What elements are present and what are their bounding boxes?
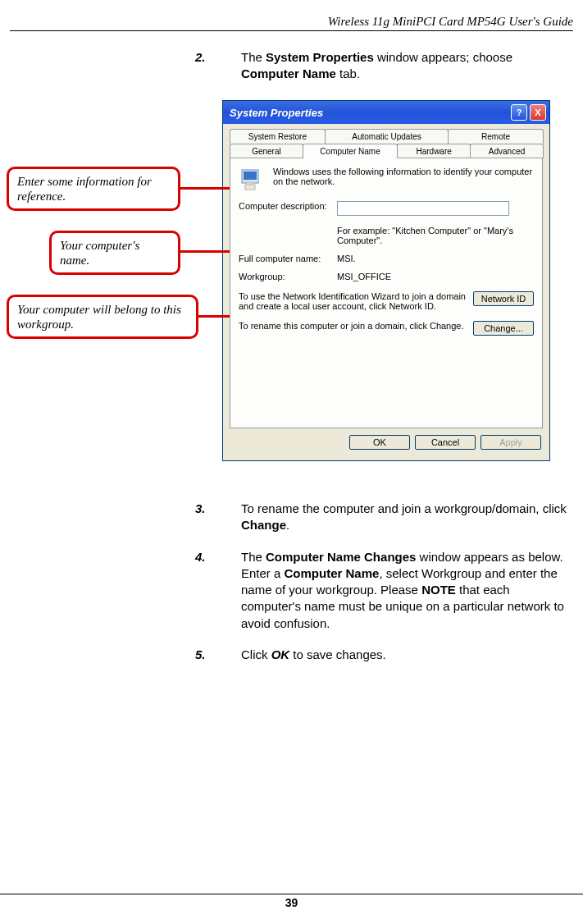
step-3-num: 3. bbox=[195, 501, 241, 534]
callout-workgroup: Your computer will belong to this workgr… bbox=[7, 295, 198, 339]
callout-computer-name: Your computer's name. bbox=[49, 231, 180, 275]
tab-general[interactable]: General bbox=[230, 144, 303, 158]
tab-hardware[interactable]: Hardware bbox=[397, 144, 471, 158]
callout-description: Enter some information for reference. bbox=[7, 167, 180, 211]
dialog-button-row: OK Cancel Apply bbox=[223, 435, 549, 458]
computer-description-label: Computer description: bbox=[239, 201, 337, 211]
step-2-text: The System Properties window appears; ch… bbox=[241, 49, 572, 83]
system-properties-dialog: System Properties ? X System Restore Aut… bbox=[222, 100, 550, 461]
lower-steps: 3. To rename the computer and join a wor… bbox=[195, 501, 572, 678]
full-computer-name-label: Full computer name: bbox=[239, 254, 337, 263]
help-button[interactable]: ? bbox=[511, 104, 527, 121]
tab-area: System Restore Automatic Updates Remote … bbox=[223, 124, 549, 435]
network-id-text: To use the Network Identification Wizard… bbox=[239, 291, 473, 311]
computer-description-input[interactable] bbox=[337, 201, 509, 216]
step-2: 2. The System Properties window appears;… bbox=[195, 49, 572, 83]
computer-description-hint-row: For example: "Kitchen Computer" or "Mary… bbox=[239, 224, 534, 245]
close-button[interactable]: X bbox=[530, 104, 546, 121]
network-id-button[interactable]: Network ID bbox=[473, 291, 534, 306]
step-4: 4. The Computer Name Changes window appe… bbox=[195, 549, 572, 632]
guide-title: Wireless 11g MiniPCI Card MP54G User's G… bbox=[328, 15, 573, 28]
panel-intro: Windows uses the following information t… bbox=[239, 167, 534, 193]
step-5-num: 5. bbox=[195, 647, 241, 663]
apply-button[interactable]: Apply bbox=[481, 435, 541, 450]
workgroup-label: Workgroup: bbox=[239, 272, 337, 281]
tab-automatic-updates[interactable]: Automatic Updates bbox=[325, 129, 449, 144]
page-number: 39 bbox=[285, 896, 298, 909]
step-3: 3. To rename the computer and join a wor… bbox=[195, 501, 572, 534]
workgroup-row: Workgroup: MSI_OFFICE bbox=[239, 272, 534, 281]
computer-icon bbox=[239, 167, 265, 193]
step-4-text: The Computer Name Changes window appears… bbox=[241, 549, 572, 632]
ok-button[interactable]: OK bbox=[349, 435, 410, 450]
change-text: To rename this computer or join a domain… bbox=[239, 321, 473, 331]
page-footer: 39 bbox=[0, 894, 583, 909]
tab-remote[interactable]: Remote bbox=[448, 129, 544, 144]
computer-description-hint: For example: "Kitchen Computer" or "Mary… bbox=[337, 226, 534, 245]
step-4-num: 4. bbox=[195, 549, 241, 632]
step-5-text: Click OK to save changes. bbox=[241, 647, 572, 663]
workgroup-value: MSI_OFFICE bbox=[337, 272, 534, 281]
cancel-button[interactable]: Cancel bbox=[415, 435, 476, 450]
tab-row-front: General Computer Name Hardware Advanced bbox=[230, 144, 543, 158]
tab-advanced[interactable]: Advanced bbox=[470, 144, 544, 158]
change-button[interactable]: Change... bbox=[473, 321, 534, 336]
full-computer-name-value: MSI. bbox=[337, 254, 534, 263]
computer-description-row: Computer description: bbox=[239, 201, 534, 216]
svg-rect-3 bbox=[247, 181, 253, 185]
page-header: Wireless 11g MiniPCI Card MP54G User's G… bbox=[10, 15, 573, 31]
intro-text: Windows uses the following information t… bbox=[273, 167, 534, 186]
tab-system-restore[interactable]: System Restore bbox=[230, 129, 326, 144]
dialog-title: System Properties bbox=[230, 107, 508, 119]
svg-rect-2 bbox=[245, 185, 255, 190]
network-id-row: To use the Network Identification Wizard… bbox=[239, 291, 534, 311]
dialog-titlebar[interactable]: System Properties ? X bbox=[223, 101, 549, 124]
step-5: 5. Click OK to save changes. bbox=[195, 647, 572, 663]
full-computer-name-row: Full computer name: MSI. bbox=[239, 254, 534, 263]
change-row: To rename this computer or join a domain… bbox=[239, 321, 534, 336]
step-3-text: To rename the computer and join a workgr… bbox=[241, 501, 572, 534]
tab-computer-name[interactable]: Computer Name bbox=[303, 144, 398, 158]
svg-rect-1 bbox=[244, 172, 257, 180]
content-area: 2. The System Properties window appears;… bbox=[195, 49, 572, 98]
step-2-num: 2. bbox=[195, 49, 241, 83]
computer-name-panel: Windows uses the following information t… bbox=[230, 158, 543, 428]
tab-row-back: System Restore Automatic Updates Remote bbox=[230, 129, 543, 144]
